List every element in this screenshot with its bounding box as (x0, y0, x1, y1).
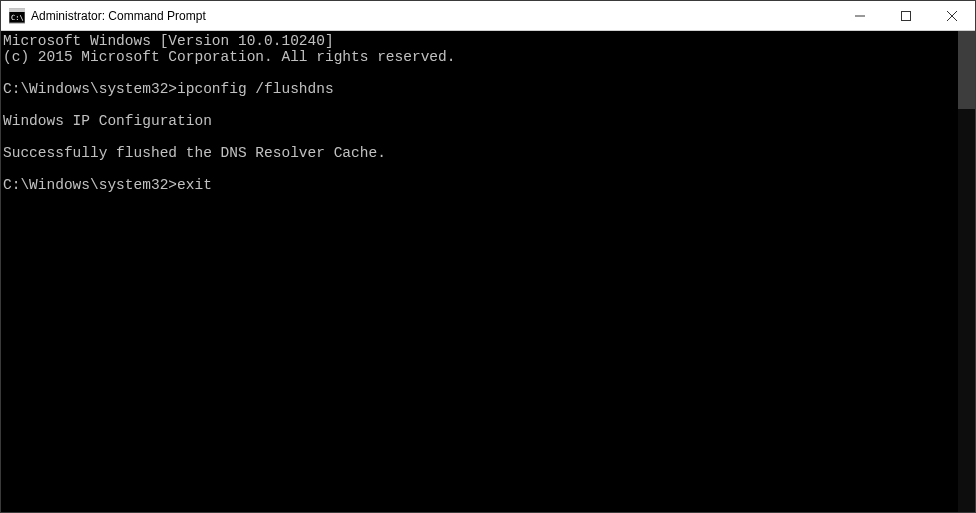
maximize-button[interactable] (883, 1, 929, 30)
svg-text:C:\: C:\ (11, 14, 24, 22)
titlebar[interactable]: C:\ Administrator: Command Prompt (1, 1, 975, 31)
close-button[interactable] (929, 1, 975, 30)
minimize-button[interactable] (837, 1, 883, 30)
terminal-line: C:\Windows\system32>ipconfig /flushdns (3, 81, 958, 97)
terminal-line: Microsoft Windows [Version 10.0.10240] (3, 33, 958, 49)
terminal-line (3, 129, 958, 145)
vertical-scrollbar[interactable] (958, 31, 975, 512)
terminal-output[interactable]: Microsoft Windows [Version 10.0.10240](c… (1, 31, 958, 512)
terminal-line (3, 161, 958, 177)
terminal-line (3, 65, 958, 81)
terminal-line: Successfully flushed the DNS Resolver Ca… (3, 145, 958, 161)
command-prompt-window: C:\ Administrator: Command Prompt Micros… (0, 0, 976, 513)
scrollbar-thumb[interactable] (958, 31, 975, 109)
svg-rect-4 (902, 11, 911, 20)
terminal-line: C:\Windows\system32>exit (3, 177, 958, 193)
client-area: Microsoft Windows [Version 10.0.10240](c… (1, 31, 975, 512)
svg-rect-1 (9, 9, 25, 12)
window-title: Administrator: Command Prompt (31, 9, 206, 23)
window-controls (837, 1, 975, 30)
terminal-line (3, 97, 958, 113)
terminal-line: Windows IP Configuration (3, 113, 958, 129)
cmd-icon: C:\ (9, 8, 25, 24)
terminal-line: (c) 2015 Microsoft Corporation. All righ… (3, 49, 958, 65)
